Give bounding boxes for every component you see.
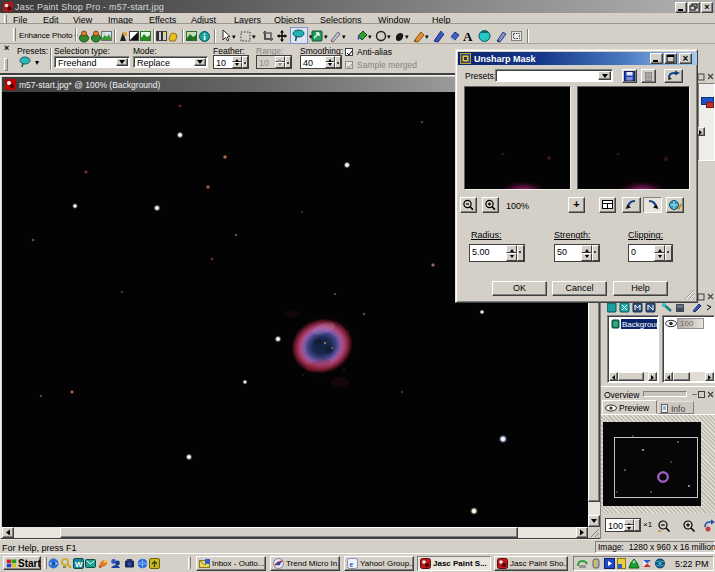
svg-text:e: e bbox=[350, 560, 354, 569]
svg-text:W: W bbox=[75, 560, 83, 569]
